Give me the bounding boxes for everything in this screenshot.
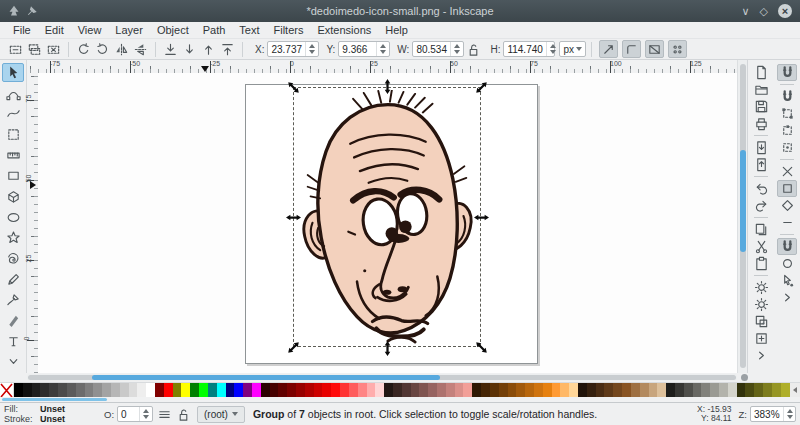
palette-none-swatch[interactable]	[0, 383, 14, 397]
import-button[interactable]	[751, 139, 771, 156]
palette-swatch[interactable]	[640, 383, 649, 397]
palette-swatch[interactable]	[375, 383, 384, 397]
snap-nodes-button[interactable]	[777, 163, 797, 180]
palette-swatch[interactable]	[58, 383, 67, 397]
tool-measure[interactable]	[2, 146, 24, 165]
tool-ellipse[interactable]	[2, 208, 24, 227]
menu-edit[interactable]: Edit	[38, 23, 71, 37]
palette-swatch[interactable]	[67, 383, 76, 397]
palette-swatch[interactable]	[569, 383, 578, 397]
palette-swatch[interactable]	[120, 383, 129, 397]
menu-filters[interactable]: Filters	[267, 23, 311, 37]
flip-h-button[interactable]	[112, 40, 131, 58]
tool-spiral[interactable]	[2, 249, 24, 268]
y-field[interactable]: 9.366	[338, 41, 390, 57]
opacity-spinbox[interactable]: 0	[117, 406, 153, 422]
select-all-button[interactable]	[6, 40, 25, 58]
redo-button[interactable]	[751, 197, 771, 214]
snap-node-cusp-button[interactable]	[777, 180, 797, 197]
h-field[interactable]: 114.740	[503, 41, 555, 57]
snap-node-smooth-button[interactable]	[777, 197, 797, 214]
palette-swatch[interactable]	[684, 383, 693, 397]
palette-swatch[interactable]	[358, 383, 367, 397]
deselect-button[interactable]	[44, 40, 63, 58]
snap-object-centers-button[interactable]	[777, 255, 797, 272]
affect-toggle-t-scale[interactable]	[599, 40, 618, 58]
palette-swatch[interactable]	[393, 383, 402, 397]
palette-swatch[interactable]	[657, 383, 666, 397]
palette-swatch[interactable]	[649, 383, 658, 397]
palette-swatch[interactable]	[552, 383, 561, 397]
lower-button[interactable]	[180, 40, 199, 58]
vertical-scrollbar[interactable]	[737, 60, 747, 373]
open-document-button[interactable]	[751, 81, 771, 98]
snap-toggle-button[interactable]	[777, 64, 797, 81]
palette-swatch[interactable]	[490, 383, 499, 397]
palette-swatch[interactable]	[111, 383, 120, 397]
unit-selector[interactable]: px	[559, 41, 586, 57]
selection-handle-bottom-middle[interactable]	[379, 340, 395, 356]
palette-swatch[interactable]	[164, 383, 173, 397]
selection-handle-bottom-right[interactable]	[473, 339, 489, 355]
palette-swatch[interactable]	[499, 383, 508, 397]
palette-swatch[interactable]	[463, 383, 472, 397]
palette-swatch[interactable]	[76, 383, 85, 397]
export-button[interactable]	[751, 156, 771, 173]
palette-swatch[interactable]	[631, 383, 640, 397]
palette-swatch[interactable]	[587, 383, 596, 397]
tool-star[interactable]	[2, 228, 24, 247]
flip-v-button[interactable]	[131, 40, 150, 58]
palette-swatch[interactable]	[481, 383, 490, 397]
tool-box-3d[interactable]	[2, 187, 24, 206]
snap-bbox-button[interactable]	[777, 88, 797, 105]
menu-help[interactable]: Help	[378, 23, 415, 37]
horizontal-scrollbar-thumb[interactable]	[92, 375, 440, 380]
palette-swatch[interactable]	[675, 383, 684, 397]
palette-swatch[interactable]	[781, 383, 790, 397]
cut-button[interactable]	[751, 238, 771, 255]
palette-swatch[interactable]	[437, 383, 446, 397]
menu-extensions[interactable]: Extensions	[310, 23, 378, 37]
menu-object[interactable]: Object	[150, 23, 196, 37]
palette-swatch[interactable]	[93, 383, 102, 397]
selection-handle-top-right[interactable]	[473, 79, 489, 95]
fill-stroke-indicator[interactable]: Fill:Unset Stroke:Unset	[4, 404, 100, 424]
lower-bottom-button[interactable]	[161, 40, 180, 58]
rotate-cw-button[interactable]	[93, 40, 112, 58]
blend-mode-icon[interactable]	[156, 406, 172, 422]
horizontal-ruler[interactable]: -75-50-250255075100125	[27, 60, 737, 74]
palette-scrollbar-thumb[interactable]	[2, 398, 107, 401]
maximize-button[interactable]: ◇	[760, 6, 768, 17]
fill-stroke-dialog-button[interactable]	[751, 279, 771, 296]
palette-swatch[interactable]	[693, 383, 702, 397]
duplicate-button[interactable]	[751, 221, 771, 238]
palette-swatch[interactable]	[314, 383, 323, 397]
affect-toggle-t-pattern[interactable]	[668, 40, 687, 58]
palette-swatch[interactable]	[710, 383, 719, 397]
save-document-button[interactable]	[751, 98, 771, 115]
snap-line-midpoints-button[interactable]	[777, 214, 797, 231]
snap-others-button[interactable]	[777, 238, 797, 255]
palette-swatch[interactable]	[516, 383, 525, 397]
raise-top-button[interactable]	[218, 40, 237, 58]
affect-toggle-t-corner[interactable]	[622, 40, 641, 58]
minimize-button[interactable]: ∨	[741, 6, 749, 17]
new-document-button[interactable]	[751, 64, 771, 81]
raise-button[interactable]	[199, 40, 218, 58]
selection-box[interactable]	[293, 87, 481, 347]
selection-handle-middle-right[interactable]	[473, 209, 489, 225]
palette-swatch[interactable]	[446, 383, 455, 397]
snap-bbox-edges-button[interactable]	[777, 122, 797, 139]
zoom-spinbox[interactable]: 383%	[750, 406, 796, 422]
selection-handle-middle-left[interactable]	[285, 209, 301, 225]
selection-handle-top-left[interactable]	[285, 79, 301, 95]
palette-swatch[interactable]	[719, 383, 728, 397]
paste-button[interactable]	[751, 255, 771, 272]
palette-swatch[interactable]	[146, 383, 155, 397]
palette-swatch[interactable]	[322, 383, 331, 397]
palette-swatch[interactable]	[129, 383, 138, 397]
tool-zoom[interactable]	[2, 125, 24, 144]
palette-swatch[interactable]	[534, 383, 543, 397]
palette-swatch[interactable]	[428, 383, 437, 397]
print-button[interactable]	[751, 115, 771, 132]
